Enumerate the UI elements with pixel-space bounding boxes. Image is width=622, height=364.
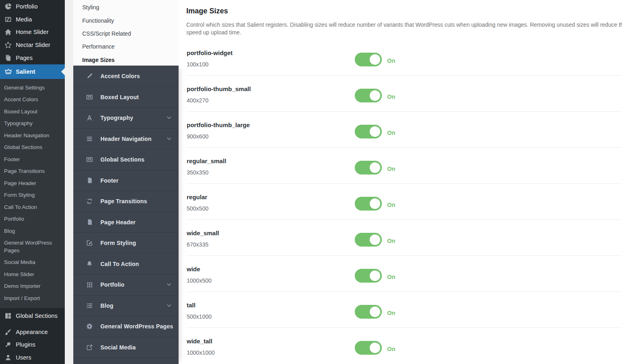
image-size-name: regular_small (187, 158, 226, 164)
sidebar-item-media[interactable]: Media (0, 13, 65, 26)
salient-submenu-item[interactable]: Global Sections (0, 142, 65, 154)
toggle-state-label: On (387, 92, 395, 100)
salient-submenu-item[interactable]: Portfolio (0, 213, 65, 226)
toggle-group: On (355, 197, 395, 211)
toggle-knob (370, 270, 380, 281)
section-call-to-action[interactable]: Call To Action (73, 253, 179, 275)
size-toggle-switch[interactable] (355, 161, 382, 175)
options-tab-list: Styling Functionality CSS/Script Related… (73, 0, 179, 66)
toggle-group: On (355, 341, 395, 355)
salient-submenu-item[interactable]: Blog (0, 225, 65, 237)
list-icon (85, 302, 94, 310)
sidebar-item-nectar-slider[interactable]: Nectar Slider (0, 38, 65, 51)
section-social-media[interactable]: Social Media (73, 337, 179, 358)
sidebar-item-label: Media (16, 16, 32, 23)
toggle-group: On (355, 89, 395, 102)
section-header-navigation[interactable]: Header Navigation (73, 128, 179, 149)
toggle-knob (370, 234, 380, 245)
section-footer[interactable]: Footer (73, 170, 179, 191)
salient-submenu-item[interactable]: Demo Importer (0, 281, 65, 293)
salient-submenu-item[interactable]: Typography (0, 118, 65, 130)
admin-background-gap (65, 0, 73, 364)
salient-submenu-item[interactable]: Page Header (0, 177, 65, 189)
size-toggle-switch[interactable] (355, 125, 382, 138)
section-portfolio[interactable]: Portfolio (73, 274, 179, 295)
size-toggle-switch[interactable] (355, 197, 382, 211)
options-tab[interactable]: Styling (73, 1, 179, 14)
sidebar-item-label: Home Slider (16, 29, 49, 35)
size-toggle-switch[interactable] (355, 305, 382, 319)
section-label: Page Header (100, 219, 136, 226)
image-size-row: portfolio-widget 100x100 On (186, 40, 622, 76)
salient-submenu-item[interactable]: Page Transitions (0, 166, 65, 178)
image-size-name: wide_tall (187, 338, 212, 345)
options-tab[interactable]: Functionality (73, 14, 179, 27)
section-label: Portfolio (100, 281, 124, 288)
salient-submenu-item[interactable]: General WordPress Pages (0, 237, 65, 257)
section-page-header[interactable]: Page Header (73, 212, 179, 233)
toggle-state-label: On (387, 55, 395, 64)
sidebar-item-global-sections[interactable]: Global Sections (0, 309, 65, 322)
image-size-dimensions: 1000x1000 (187, 349, 215, 356)
chevron-down-icon (167, 116, 171, 119)
salient-submenu-item[interactable]: Header Navigation (0, 130, 65, 142)
toggle-knob (370, 307, 380, 317)
section-boxed-layout[interactable]: Boxed Layout (73, 87, 179, 108)
image-size-name: portfolio-thumb_small (187, 85, 251, 92)
sidebar-item-label: Plugins (16, 341, 35, 348)
user-icon (4, 353, 12, 362)
share-icon (85, 343, 94, 351)
section-form-styling[interactable]: Form Styling (73, 232, 179, 253)
toggle-group: On (355, 305, 395, 319)
section-accent-colors[interactable]: Accent Colors (73, 66, 179, 87)
image-size-dimensions: 400x270 (187, 97, 209, 104)
section-label: Form Styling (100, 240, 136, 246)
section-general-wordpress-pages[interactable]: General WordPress Pages (73, 316, 179, 337)
options-tab[interactable]: Image Sizes (73, 53, 179, 66)
salient-submenu-item[interactable]: Import / Export (0, 292, 65, 304)
toggle-state-label: On (387, 308, 395, 316)
options-tab[interactable]: CSS/Script Related (73, 27, 179, 40)
salient-submenu-item[interactable]: Footer (0, 153, 65, 166)
salient-submenu-item[interactable]: Form Styling (0, 189, 65, 202)
section-typography[interactable]: Typography (73, 107, 179, 128)
size-toggle-switch[interactable] (355, 233, 382, 247)
sidebar-item-users[interactable]: Users (0, 351, 65, 364)
image-size-row: regular_small 350x350 On (186, 148, 622, 184)
salient-submenu-item[interactable]: Call To Action (0, 201, 65, 213)
sidebar-item-home-slider[interactable]: Home Slider (0, 26, 65, 38)
image-size-dimensions: 100x100 (187, 61, 209, 68)
toggle-knob (370, 90, 380, 101)
page-title: Image Sizes (186, 6, 622, 15)
home-icon (4, 28, 12, 36)
size-toggle-switch[interactable] (355, 269, 382, 283)
salient-submenu-item[interactable]: Boxed Layout (0, 106, 65, 118)
size-toggle-switch[interactable] (355, 89, 382, 102)
size-toggle-switch[interactable] (355, 341, 382, 355)
layout-icon (4, 312, 12, 320)
section-label: Blog (100, 302, 113, 309)
options-tab[interactable]: Performance (73, 40, 179, 53)
sidebar-item-label: Pages (16, 55, 33, 61)
image-size-dimensions: 500x500 (187, 205, 209, 212)
section-label: Social Media (100, 344, 136, 351)
sidebar-item-appearance[interactable]: Appearance (0, 326, 65, 338)
salient-submenu-item[interactable]: Social Media (0, 257, 65, 269)
salient-submenu-item[interactable]: Accent Colors (0, 94, 65, 106)
section-blog[interactable]: Blog (73, 295, 179, 316)
salient-submenu-item[interactable]: General Settings (0, 82, 65, 94)
sidebar-item-salient[interactable]: Salient (0, 64, 65, 79)
section-global-sections[interactable]: Global Sections (73, 149, 179, 170)
salient-submenu-item[interactable]: Home Slider (0, 268, 65, 281)
sidebar-item-label: Global Sections (16, 313, 58, 319)
brush-icon (4, 328, 12, 336)
sidebar-item-plugins[interactable]: Plugins (0, 338, 65, 351)
boxed-layout-icon (85, 93, 94, 101)
sidebar-item-pages[interactable]: Pages (0, 51, 65, 64)
toggle-group: On (355, 161, 395, 175)
size-toggle-switch[interactable] (355, 53, 382, 66)
toggle-knob (370, 126, 380, 137)
sidebar-item-portfolio[interactable]: Portfolio (0, 0, 65, 13)
section-page-transitions[interactable]: Page Transitions (73, 191, 179, 212)
description-line: speed up upload time. (186, 29, 622, 36)
